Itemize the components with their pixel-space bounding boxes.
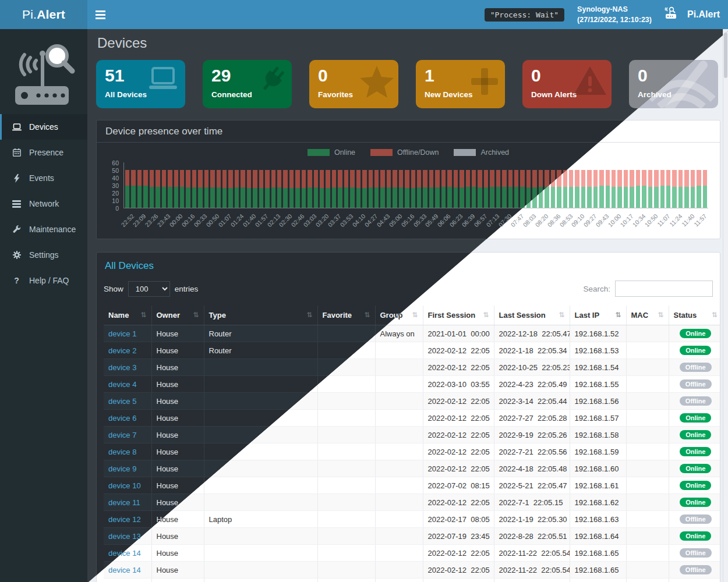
column-header-status[interactable]: Status⇅: [669, 306, 720, 325]
card-favorites[interactable]: 0 Favorites: [309, 60, 398, 108]
cell-status: Online: [669, 342, 720, 359]
column-header-name[interactable]: Name⇅: [104, 306, 151, 325]
chart-bar: [569, 162, 573, 208]
chart-bar: [356, 162, 361, 208]
column-header-first-session[interactable]: First Session⇅: [423, 306, 494, 325]
chart-bar: [143, 162, 147, 208]
chart-bar: [217, 162, 221, 208]
cell-group: [375, 393, 423, 410]
device-link[interactable]: device 13: [108, 532, 141, 541]
cell-last-session: 2022-4-18 22:05.48: [494, 460, 570, 477]
host-info: Synology-NAS (27/12/2022, 12:10:23): [577, 4, 652, 25]
device-row: device 12HouseLaptop2022-02-17 08:052022…: [104, 511, 720, 528]
device-link[interactable]: device 5: [108, 397, 136, 406]
device-link[interactable]: device 2: [108, 346, 136, 355]
laptop-icon: [12, 123, 22, 131]
cell-first-session: 2022-02-12 22:05: [423, 545, 494, 562]
cell-favorite: [317, 579, 375, 582]
device-link[interactable]: device 4: [108, 380, 136, 389]
chart-bar: [338, 162, 342, 208]
card-new-devices[interactable]: 1 New Devices: [416, 60, 505, 108]
cell-last-ip: 192.168.1.52: [570, 325, 626, 342]
cell-owner: House: [151, 342, 204, 359]
device-link[interactable]: device 11: [108, 498, 140, 507]
sidebar-toggle-icon[interactable]: [87, 0, 114, 29]
legend-item-offline[interactable]: Offline/Down: [370, 148, 439, 157]
chart-bar: [411, 162, 415, 208]
chart-bar: [162, 162, 166, 208]
y-tick-label: 60: [112, 159, 119, 166]
page-scrollbar[interactable]: [723, 29, 728, 582]
process-status-badge[interactable]: "Process: Wait": [485, 8, 564, 22]
column-header-mac[interactable]: MAC⇅: [626, 306, 669, 325]
column-header-favorite[interactable]: Favorite⇅: [317, 306, 375, 325]
device-link[interactable]: device 14: [108, 566, 141, 574]
cell-first-session: 2022-02-12 22:05: [423, 579, 494, 582]
sidebar-item-help[interactable]: ? Help / FAQ: [0, 268, 87, 293]
cell-last-ip: 192.168.1.63: [570, 511, 626, 528]
chart-bar: [295, 162, 299, 208]
sidebar-item-maintenance[interactable]: Maintenance: [0, 217, 87, 242]
card-connected[interactable]: 29 Connected: [203, 60, 292, 108]
sidebar-item-network[interactable]: Network: [0, 191, 87, 217]
cell-first-session: 2022-02-12 22:05: [423, 443, 494, 460]
device-row: device 14House2022-02-12 22:052022-11-22…: [104, 562, 720, 579]
chart-bar: [502, 162, 506, 208]
page-size-select[interactable]: 100: [128, 281, 170, 297]
device-link[interactable]: device 9: [108, 464, 136, 473]
column-header-owner[interactable]: Owner⇅: [151, 306, 204, 325]
sidebar-item-devices[interactable]: Devices: [0, 114, 87, 140]
sidebar-item-label: Devices: [29, 122, 58, 132]
chart-bar: [630, 162, 634, 208]
brand-logo[interactable]: Pi.Alert: [0, 0, 87, 29]
status-badge: Offline: [680, 565, 712, 574]
column-header-type[interactable]: Type⇅: [204, 306, 317, 325]
legend-item-online[interactable]: Online: [308, 148, 355, 157]
chart-bar: [684, 162, 688, 208]
column-header-last-session[interactable]: Last Session⇅: [494, 306, 570, 325]
cell-first-session: 2021-01-01 00:00: [423, 325, 494, 342]
cell-name: device 3: [104, 359, 151, 376]
card-all-devices[interactable]: 51 All Devices: [96, 60, 185, 108]
cell-owner: House: [151, 427, 204, 443]
chart-bar: [624, 162, 628, 208]
device-row: device 15HouseSwitchAlways on2022-02-12 …: [104, 579, 720, 582]
device-link[interactable]: device 8: [108, 448, 136, 456]
cell-first-session: 2022-07-19 23:45: [423, 528, 494, 545]
cell-last-ip: 192.168.1.66: [570, 579, 626, 582]
device-link[interactable]: device 1: [108, 329, 136, 338]
cell-mac: [626, 427, 669, 443]
router-scan-icon: [665, 6, 682, 23]
cell-status: Offline: [669, 545, 720, 562]
device-link[interactable]: device 6: [108, 414, 136, 423]
cell-last-ip: 192.168.1.59: [570, 443, 626, 460]
device-link[interactable]: device 3: [108, 363, 136, 372]
pialert-logo: [0, 29, 87, 114]
sidebar-item-events[interactable]: Events: [0, 165, 87, 191]
cell-favorite: [317, 393, 375, 410]
legend-item-archived[interactable]: Archived: [454, 148, 509, 157]
cell-last-ip: 192.168.1.55: [570, 376, 626, 393]
device-link[interactable]: device 12: [108, 515, 141, 524]
cell-group: [375, 342, 423, 359]
cell-group: [375, 511, 423, 528]
column-header-last-ip[interactable]: Last IP⇅: [570, 306, 626, 325]
chart-bar: [253, 162, 257, 208]
card-down-alerts[interactable]: 0 Down Alerts: [522, 60, 612, 108]
scrollbar-thumb[interactable]: [724, 33, 727, 78]
cell-name: device 5: [104, 393, 151, 410]
search-input[interactable]: [615, 281, 713, 297]
device-link[interactable]: device 7: [108, 431, 136, 439]
sidebar-item-presence[interactable]: Presence: [0, 140, 87, 165]
cell-owner: House: [151, 325, 204, 342]
sidebar-item-settings[interactable]: Settings: [0, 242, 87, 268]
cell-last-session: 2022-5-21 22:05.47: [494, 477, 570, 494]
device-link[interactable]: device 10: [108, 481, 141, 490]
cell-type: Laptop: [204, 511, 317, 528]
chart-bar: [429, 162, 433, 208]
entries-label: entries: [175, 285, 199, 293]
chart-bar: [447, 162, 451, 208]
cell-last-session: 2022-11-22 22:05.54: [494, 562, 570, 579]
chart-bar: [387, 162, 391, 208]
cell-favorite: [317, 528, 375, 545]
